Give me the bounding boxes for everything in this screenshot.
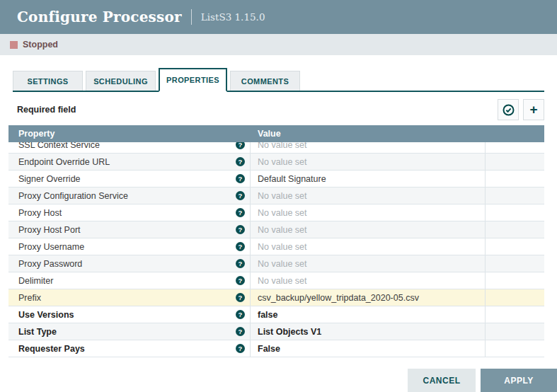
tab-scheduling-label: SCHEDULING <box>93 77 148 86</box>
property-name-cell: Signer Override ? <box>8 171 251 187</box>
property-name: Signer Override <box>18 174 81 184</box>
dialog-body: SETTINGS SCHEDULING PROPERTIES COMMENTS … <box>0 69 557 357</box>
row-trailing-cell <box>486 154 544 170</box>
property-name: Proxy Host Port <box>18 225 81 235</box>
property-value-cell[interactable]: No value set <box>251 154 486 170</box>
table-row[interactable]: Requester Pays ? False <box>8 340 544 357</box>
dialog-title: Configure Processor <box>17 8 182 25</box>
table-row[interactable]: Proxy Username ? No value set <box>8 238 544 255</box>
property-name-cell: Requester Pays ? <box>8 340 251 357</box>
help-question-icon[interactable]: ? <box>236 344 245 353</box>
required-field-label: Required field <box>8 105 76 115</box>
properties-table: Property Value SSL Context Service ? No … <box>8 125 544 357</box>
tab-scheduling[interactable]: SCHEDULING <box>86 71 156 91</box>
property-name: Proxy Password <box>18 259 82 269</box>
help-question-icon[interactable]: ? <box>236 157 245 166</box>
property-value-cell[interactable]: false <box>251 306 486 323</box>
table-row[interactable]: Signer Override ? Default Signature <box>8 171 544 188</box>
stopped-icon <box>10 41 18 49</box>
property-value-cell[interactable]: csv_backup/yellow_tripdata_2020-05.csv <box>251 289 486 306</box>
property-value: No value set <box>258 242 306 252</box>
property-value-cell[interactable]: No value set <box>251 255 486 272</box>
table-body: SSL Context Service ? No value set Endpo… <box>8 142 544 357</box>
property-value-cell[interactable]: No value set <box>251 221 486 238</box>
row-trailing-cell <box>486 306 544 323</box>
tab-settings[interactable]: SETTINGS <box>13 71 83 91</box>
help-question-icon[interactable]: ? <box>236 259 245 268</box>
table-row[interactable]: List Type ? List Objects V1 <box>8 323 544 340</box>
row-trailing-cell <box>486 289 544 306</box>
property-value: csv_backup/yellow_tripdata_2020-05.csv <box>258 293 419 303</box>
property-name-cell: Proxy Configuration Service ? <box>8 188 251 204</box>
property-value: No value set <box>258 191 306 201</box>
property-name-cell: Proxy Password ? <box>8 255 251 272</box>
help-question-icon[interactable]: ? <box>236 208 245 217</box>
configure-processor-dialog: Configure Processor ListS3 1.15.0 Stoppe… <box>0 0 557 392</box>
table-row[interactable]: Proxy Host Port ? No value set <box>8 221 544 238</box>
clipped-scrolled-row: SSL Context Service ? No value set <box>8 142 544 154</box>
help-question-icon[interactable]: ? <box>236 225 245 234</box>
property-name-cell: Delimiter ? <box>8 272 251 289</box>
table-row[interactable]: Delimiter ? No value set <box>8 272 544 289</box>
property-value-cell[interactable]: False <box>251 340 486 357</box>
column-header-value: Value <box>251 129 281 139</box>
toolbar-buttons: + <box>498 99 544 120</box>
table-row[interactable]: SSL Context Service ? No value set <box>8 142 544 154</box>
property-value: No value set <box>258 157 306 167</box>
column-header-property: Property <box>8 129 251 139</box>
status-label: Stopped <box>23 40 58 50</box>
table-row[interactable]: Endpoint Override URL ? No value set <box>8 154 544 171</box>
property-name: Proxy Host <box>18 208 62 218</box>
table-row[interactable]: Proxy Password ? No value set <box>8 255 544 272</box>
property-value-cell[interactable]: No value set <box>251 204 486 221</box>
property-value: False <box>258 344 280 354</box>
help-question-icon[interactable]: ? <box>236 310 245 319</box>
tab-bar: SETTINGS SCHEDULING PROPERTIES COMMENTS <box>13 69 544 92</box>
help-question-icon[interactable]: ? <box>236 242 245 251</box>
dialog-footer: CANCEL APPLY <box>408 369 557 392</box>
help-question-icon[interactable]: ? <box>236 293 245 302</box>
tab-settings-label: SETTINGS <box>27 77 68 86</box>
help-question-icon[interactable]: ? <box>236 191 245 200</box>
table-header-row: Property Value <box>8 125 544 142</box>
property-name: Proxy Username <box>18 242 84 252</box>
table-row[interactable]: Prefix ? csv_backup/yellow_tripdata_2020… <box>8 289 544 306</box>
add-property-button[interactable]: + <box>523 99 544 120</box>
help-question-icon[interactable]: ? <box>236 327 245 336</box>
table-row[interactable]: Proxy Configuration Service ? No value s… <box>8 188 544 204</box>
property-value: false <box>258 310 278 320</box>
row-trailing-cell <box>486 255 544 272</box>
tab-properties[interactable]: PROPERTIES <box>159 68 227 92</box>
verify-properties-button[interactable] <box>498 99 519 120</box>
row-trailing-cell <box>486 323 544 340</box>
apply-button[interactable]: APPLY <box>481 369 557 392</box>
help-question-icon[interactable]: ? <box>236 276 245 285</box>
row-trailing-cell <box>486 221 544 238</box>
property-value-cell[interactable]: No value set <box>251 142 486 153</box>
property-name-cell: SSL Context Service ? <box>8 142 251 153</box>
table-row[interactable]: Use Versions ? false <box>8 306 544 323</box>
property-value-cell[interactable]: No value set <box>251 188 486 204</box>
dialog-header: Configure Processor ListS3 1.15.0 <box>0 0 557 34</box>
property-value-cell[interactable]: List Objects V1 <box>251 323 486 340</box>
cancel-button[interactable]: CANCEL <box>408 369 476 392</box>
row-trailing-cell <box>486 171 544 187</box>
property-value: No value set <box>258 208 306 218</box>
help-question-icon[interactable]: ? <box>236 142 245 149</box>
property-value-cell[interactable]: No value set <box>251 238 486 255</box>
property-value: No value set <box>258 276 306 286</box>
property-value-cell[interactable]: Default Signature <box>251 171 486 187</box>
help-question-icon[interactable]: ? <box>236 174 245 183</box>
property-name-cell: Use Versions ? <box>8 306 251 323</box>
tab-comments-label: COMMENTS <box>241 77 289 86</box>
property-name: Prefix <box>18 293 41 303</box>
table-row[interactable]: Proxy Host ? No value set <box>8 204 544 221</box>
properties-toolbar: Required field + <box>8 98 544 121</box>
property-name-cell: Proxy Host Port ? <box>8 221 251 238</box>
row-trailing-cell <box>486 204 544 221</box>
property-name: Delimiter <box>18 276 53 286</box>
circle-check-icon <box>503 104 515 116</box>
tab-properties-label: PROPERTIES <box>166 76 219 84</box>
property-value-cell[interactable]: No value set <box>251 272 486 289</box>
tab-comments[interactable]: COMMENTS <box>230 71 300 91</box>
